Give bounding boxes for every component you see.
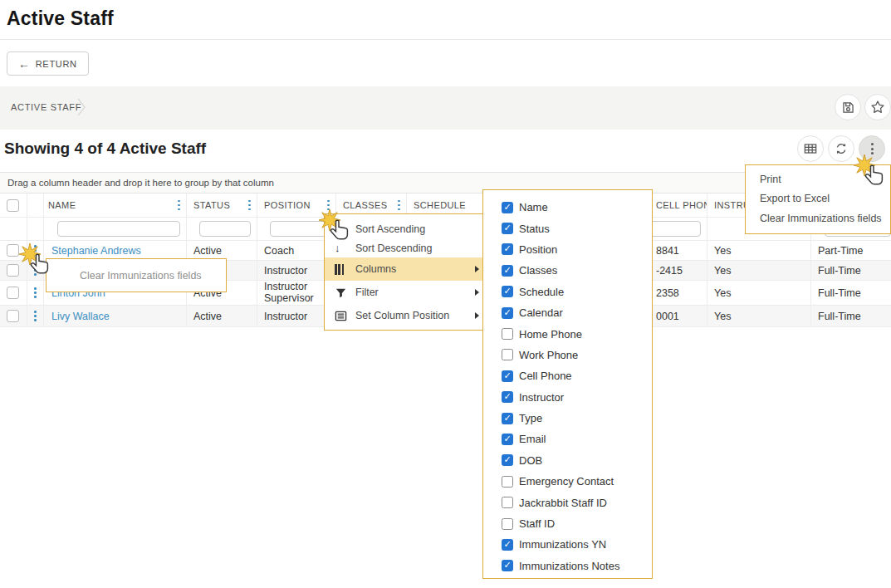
column-toggle-work-phone[interactable]: Work Phone xyxy=(483,345,652,365)
column-menu-dots-icon[interactable] xyxy=(248,200,251,211)
column-header-status[interactable]: STATUS xyxy=(187,194,257,217)
set-column-position-icon xyxy=(335,310,355,322)
column-toggle-instructor[interactable]: Instructor xyxy=(483,387,652,408)
select-all-checkbox[interactable] xyxy=(7,199,19,212)
column-menu-dots-icon[interactable] xyxy=(178,200,180,211)
menu-item-clear-immunizations-fields[interactable]: Clear Immunizations fields xyxy=(746,208,890,228)
column-toggle-type[interactable]: Type xyxy=(483,408,652,429)
checkbox-icon[interactable] xyxy=(502,454,513,466)
submenu-arrow-icon xyxy=(475,312,479,319)
menu-item-print[interactable]: Print xyxy=(746,169,890,189)
column-toggle-schedule[interactable]: Schedule xyxy=(483,282,652,302)
row-checkbox[interactable] xyxy=(7,244,19,257)
divider xyxy=(0,39,891,40)
checkbox-icon[interactable] xyxy=(502,560,513,571)
menu-item-sort-descending[interactable]: ↓ Sort Descending xyxy=(325,238,487,257)
column-toggle-staff-id[interactable]: Staff ID xyxy=(483,513,652,534)
submenu-arrow-icon xyxy=(475,266,479,272)
filter-funnel-icon xyxy=(335,287,355,299)
checkbox-icon[interactable] xyxy=(502,370,513,382)
column-menu-dots-icon[interactable] xyxy=(398,200,400,211)
return-button[interactable]: ← RETURN xyxy=(7,51,89,76)
column-toggle-home-phone[interactable]: Home Phone xyxy=(483,323,652,344)
status-filter-input[interactable] xyxy=(199,221,251,237)
column-toggle-classes[interactable]: Classes xyxy=(483,260,652,281)
arrow-down-icon: ↓ xyxy=(335,242,355,254)
chevron-right-icon xyxy=(76,96,86,118)
column-toggle-email[interactable]: Email xyxy=(483,429,652,449)
favorite-button[interactable] xyxy=(864,94,891,120)
checkbox-icon[interactable] xyxy=(502,328,513,340)
menu-item-filter[interactable]: Filter xyxy=(325,281,487,304)
row-checkbox[interactable] xyxy=(7,287,19,299)
active-staff-page: Active Staff ← RETURN ACTIVE STAFF Showi… xyxy=(0,0,891,588)
refresh-icon xyxy=(833,140,849,157)
checkbox-icon[interactable] xyxy=(502,518,513,530)
column-toggle-jackrabbit-staff-id[interactable]: Jackrabbit Staff ID xyxy=(483,492,652,512)
column-context-menu: ↑ Sort Ascending ↓ Sort Descending Colum… xyxy=(324,213,488,331)
checkbox-icon[interactable] xyxy=(502,476,513,488)
checkbox-icon[interactable] xyxy=(502,539,513,551)
column-toggle-immunizations-yn[interactable]: Immunizations YN xyxy=(483,534,652,555)
checkbox-icon[interactable] xyxy=(502,243,513,255)
position-filter-input[interactable] xyxy=(270,221,330,237)
row-checkbox[interactable] xyxy=(7,264,19,277)
menu-item-clear-immunizations-fields[interactable]: Clear Immunizations fields xyxy=(47,270,202,282)
name-filter-input[interactable] xyxy=(57,221,180,237)
checkbox-icon[interactable] xyxy=(502,497,513,508)
row-menu-dots-icon[interactable] xyxy=(34,245,37,256)
results-count-title: Showing 4 of 4 Active Staff xyxy=(4,140,206,158)
menu-item-export-to-excel[interactable]: Export to Excel xyxy=(746,189,890,209)
row-menu-dots-icon[interactable] xyxy=(34,311,37,321)
more-actions-button[interactable] xyxy=(859,135,885,162)
column-toggle-name[interactable]: Name xyxy=(483,197,652,218)
columns-visibility-popup: Name Status Position Classes Schedule Ca… xyxy=(482,189,653,579)
row-menu-dots-icon[interactable] xyxy=(34,265,37,276)
row-context-menu: Clear Immunizations fields xyxy=(46,258,227,292)
column-toggle-status[interactable]: Status xyxy=(483,218,652,238)
column-toggle-calendar[interactable]: Calendar xyxy=(483,302,652,323)
submenu-arrow-icon xyxy=(475,289,479,296)
drag-hint-text: Drag a column header and drop it here to… xyxy=(7,178,274,188)
breadcrumb[interactable]: ACTIVE STAFF xyxy=(11,102,81,112)
checkbox-icon[interactable] xyxy=(502,434,513,445)
column-menu-dots-icon[interactable] xyxy=(327,200,330,211)
menu-item-set-column-position[interactable]: Set Column Position xyxy=(325,304,487,327)
page-title: Active Staff xyxy=(7,7,114,30)
refresh-button[interactable] xyxy=(828,135,854,162)
row-menu-dots-icon[interactable] xyxy=(34,287,37,298)
save-icon xyxy=(840,100,856,115)
column-toggle-immunizations-notes[interactable]: Immunizations Notes xyxy=(483,556,652,576)
checkbox-icon[interactable] xyxy=(502,391,513,403)
columns-icon xyxy=(335,264,355,275)
left-arrow-icon: ← xyxy=(18,58,31,70)
column-toggle-emergency-contact[interactable]: Emergency Contact xyxy=(483,471,652,492)
checkbox-icon[interactable] xyxy=(502,349,513,360)
checkbox-icon[interactable] xyxy=(502,413,513,424)
row-checkbox[interactable] xyxy=(7,310,19,322)
checkbox-icon[interactable] xyxy=(502,202,513,213)
staff-name-link[interactable]: Livy Wallace xyxy=(51,311,110,322)
checkbox-icon[interactable] xyxy=(502,223,513,234)
column-toggle-cell-phone[interactable]: Cell Phone xyxy=(483,365,652,386)
checkbox-icon[interactable] xyxy=(502,265,513,277)
menu-item-sort-ascending[interactable]: ↑ Sort Ascending xyxy=(325,219,487,238)
table-grid-icon xyxy=(802,140,819,157)
save-report-button[interactable] xyxy=(835,94,861,120)
star-icon xyxy=(869,99,886,115)
arrow-up-icon: ↑ xyxy=(335,223,355,235)
checkbox-icon[interactable] xyxy=(502,286,513,297)
column-toggle-position[interactable]: Position xyxy=(483,239,652,260)
return-button-label: RETURN xyxy=(36,59,77,69)
column-header-name[interactable]: NAME xyxy=(44,194,187,217)
actions-menu: Print Export to Excel Clear Immunization… xyxy=(745,164,891,234)
menu-item-columns[interactable]: Columns xyxy=(325,257,487,281)
kebab-menu-icon xyxy=(871,143,874,154)
checkbox-icon[interactable] xyxy=(502,307,513,319)
staff-name-link[interactable]: Stephanie Andrews xyxy=(51,245,141,257)
breadcrumb-bar: ACTIVE STAFF xyxy=(0,86,891,130)
column-toggle-dob[interactable]: DOB xyxy=(483,450,652,471)
grid-view-button[interactable] xyxy=(797,135,824,162)
